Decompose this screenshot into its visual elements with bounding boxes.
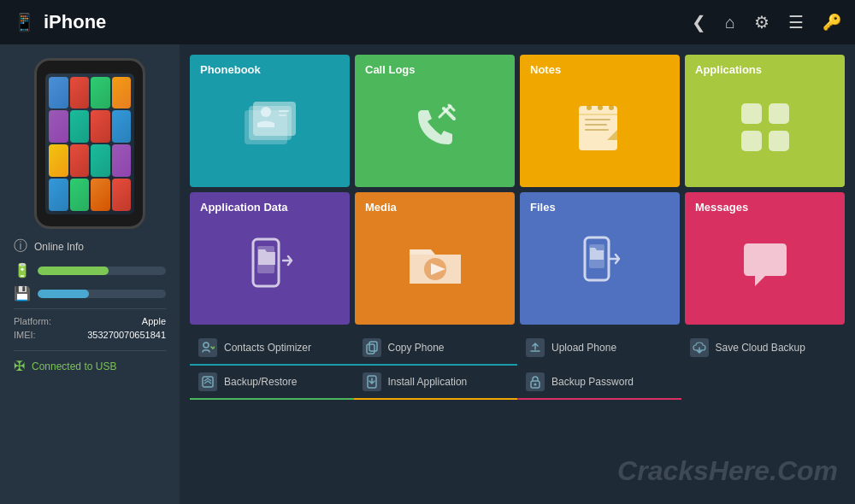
sidebar-info: ⓘ Online Info 🔋 💾 Platform: Apple (14, 237, 166, 374)
battery-icon: 🔋 (14, 262, 31, 278)
app-icon (49, 110, 68, 143)
svg-rect-16 (769, 131, 789, 151)
tile-files[interactable]: Files (520, 192, 680, 325)
tiles-grid: Phonebook Call Logs (190, 55, 845, 325)
sidebar: ⓘ Online Info 🔋 💾 Platform: Apple (0, 44, 180, 504)
imei-label: IMEI: (14, 330, 36, 340)
tile-media[interactable]: Media (355, 192, 515, 325)
tile-phonebook-label: Phonebook (200, 63, 339, 76)
tile-appdata-icon (200, 214, 339, 316)
tile-notes-label: Notes (530, 63, 669, 76)
battery-fill (38, 267, 109, 275)
upload-phone-icon (526, 338, 545, 357)
svg-point-10 (587, 105, 592, 110)
header: 📱 iPhone ❮ ⌂ ⚙ ☰ 🔑 (0, 0, 855, 44)
online-info-row[interactable]: ⓘ Online Info (14, 237, 166, 255)
settings-button[interactable]: ⚙ (754, 12, 770, 32)
svg-point-28 (534, 384, 537, 386)
tile-notes-icon (530, 76, 669, 179)
contacts-optimizer-icon (198, 338, 217, 357)
tile-applications[interactable]: Applications (685, 55, 845, 187)
copy-phone-label: Copy Phone (388, 342, 445, 354)
app-icon (70, 77, 90, 109)
bottom-toolbar: Contacts Optimizer Copy Phone (190, 331, 845, 400)
app-icon (112, 110, 132, 143)
tile-media-icon (365, 214, 504, 316)
svg-rect-24 (369, 342, 377, 351)
app-icon (91, 179, 110, 211)
install-application-label: Install Application (388, 376, 468, 388)
search-button[interactable]: 🔑 (823, 13, 841, 32)
toolbar-backup-restore[interactable]: Backup/Restore (190, 366, 354, 400)
tile-messages[interactable]: Messages (685, 192, 845, 325)
app-title: iPhone (44, 11, 106, 33)
app-icon (91, 110, 110, 143)
toolbar-save-cloud-backup[interactable]: Save Cloud Backup (681, 331, 846, 366)
save-cloud-backup-label: Save Cloud Backup (716, 342, 805, 354)
svg-rect-7 (585, 119, 610, 120)
platform-label: Platform: (14, 316, 51, 326)
storage-fill (38, 290, 89, 298)
menu-button[interactable]: ☰ (788, 12, 804, 32)
device-info-block: Platform: Apple IMEI: 353270070651841 (14, 308, 166, 343)
install-application-icon (363, 372, 381, 391)
online-info-label: Online Info (34, 241, 84, 253)
usb-icon: ✠ (14, 358, 25, 374)
toolbar-upload-phone[interactable]: Upload Phone (517, 331, 681, 366)
svg-rect-9 (585, 129, 609, 131)
tile-messages-label: Messages (695, 201, 834, 214)
app-icon (112, 144, 132, 177)
header-left: 📱 iPhone (14, 11, 106, 33)
copy-phone-icon (363, 338, 381, 357)
svg-point-12 (609, 105, 614, 110)
tile-application-data[interactable]: Application Data (190, 192, 350, 325)
phone-icon: 📱 (14, 12, 35, 32)
tile-appdata-label: Application Data (200, 201, 339, 214)
phone-screen (45, 73, 134, 214)
upload-phone-label: Upload Phone (551, 342, 616, 354)
toolbar-install-application[interactable]: Install Application (354, 366, 518, 400)
battery-bar (38, 267, 166, 275)
tile-calllogs-label: Call Logs (365, 63, 504, 76)
tile-media-label: Media (365, 201, 504, 214)
backup-restore-icon (198, 372, 217, 391)
svg-rect-13 (741, 103, 762, 124)
usb-row: ✠ Connected to USB (14, 350, 166, 374)
app-icon (49, 179, 68, 211)
toolbar-copy-phone[interactable]: Copy Phone (354, 331, 518, 366)
tile-phonebook-icon (200, 76, 339, 179)
contacts-optimizer-label: Contacts Optimizer (224, 342, 311, 354)
app-icon (70, 110, 90, 143)
storage-icon: 💾 (14, 285, 31, 302)
app-icon (49, 77, 68, 109)
tile-calllogs[interactable]: Call Logs (355, 55, 515, 187)
main-layout: ⓘ Online Info 🔋 💾 Platform: Apple (0, 44, 855, 504)
backup-password-icon (526, 372, 545, 391)
storage-bar (38, 290, 166, 298)
usb-label: Connected to USB (32, 360, 116, 372)
toolbar-backup-password[interactable]: Backup Password (517, 366, 681, 400)
svg-rect-5 (279, 114, 286, 116)
svg-rect-23 (367, 344, 374, 354)
tile-applications-label: Applications (695, 63, 834, 76)
content-area: Phonebook Call Logs (180, 44, 855, 504)
back-button[interactable]: ❮ (692, 12, 706, 32)
platform-row: Platform: Apple (14, 316, 166, 326)
toolbar-contacts-optimizer[interactable]: Contacts Optimizer (190, 331, 354, 366)
svg-rect-6 (579, 106, 617, 150)
backup-restore-label: Backup/Restore (224, 376, 297, 388)
tile-messages-icon (695, 214, 834, 316)
toolbar-empty (681, 366, 846, 400)
imei-value: 353270070651841 (87, 330, 166, 340)
svg-point-3 (261, 107, 271, 117)
tile-phonebook[interactable]: Phonebook (190, 55, 350, 187)
phone-image (34, 58, 145, 229)
storage-row: 💾 (14, 285, 166, 302)
tile-files-icon (530, 214, 669, 316)
app-icon (70, 179, 90, 211)
svg-rect-4 (279, 110, 289, 112)
tile-notes[interactable]: Notes (520, 55, 680, 187)
svg-rect-8 (585, 124, 607, 126)
info-icon: ⓘ (14, 237, 27, 255)
home-button[interactable]: ⌂ (725, 13, 735, 32)
